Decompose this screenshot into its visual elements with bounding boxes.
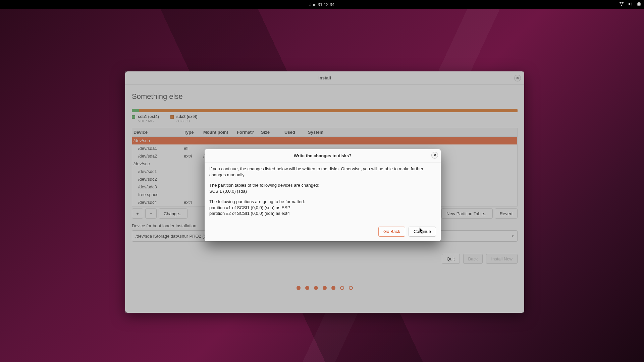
system-tray[interactable] xyxy=(619,2,641,7)
dialog-title-text: Write the changes to disks? xyxy=(294,153,352,158)
write-changes-dialog: Write the changes to disks? ✕ If you con… xyxy=(205,149,441,241)
gnome-top-bar: Jan 31 12:34 xyxy=(0,0,644,9)
dialog-close-button[interactable]: ✕ xyxy=(431,152,438,159)
continue-button[interactable]: Continue xyxy=(409,227,436,237)
dialog-body: If you continue, the changes listed belo… xyxy=(205,163,441,223)
svg-rect-4 xyxy=(639,2,640,3)
dialog-paragraph: The partition tables of the following de… xyxy=(209,182,436,194)
clock: Jan 31 12:34 xyxy=(309,2,334,7)
go-back-button[interactable]: Go Back xyxy=(378,227,405,237)
volume-icon[interactable] xyxy=(628,2,633,7)
dialog-paragraph: If you continue, the changes listed belo… xyxy=(209,166,436,178)
dialog-actions: Go Back Continue xyxy=(205,223,441,241)
svg-rect-5 xyxy=(638,3,640,5)
dialog-paragraph: The following partitions are going to be… xyxy=(209,199,436,217)
network-icon[interactable] xyxy=(619,2,624,7)
dialog-title: Write the changes to disks? ✕ xyxy=(205,149,441,163)
battery-icon[interactable] xyxy=(637,2,641,7)
close-icon: ✕ xyxy=(433,153,436,158)
